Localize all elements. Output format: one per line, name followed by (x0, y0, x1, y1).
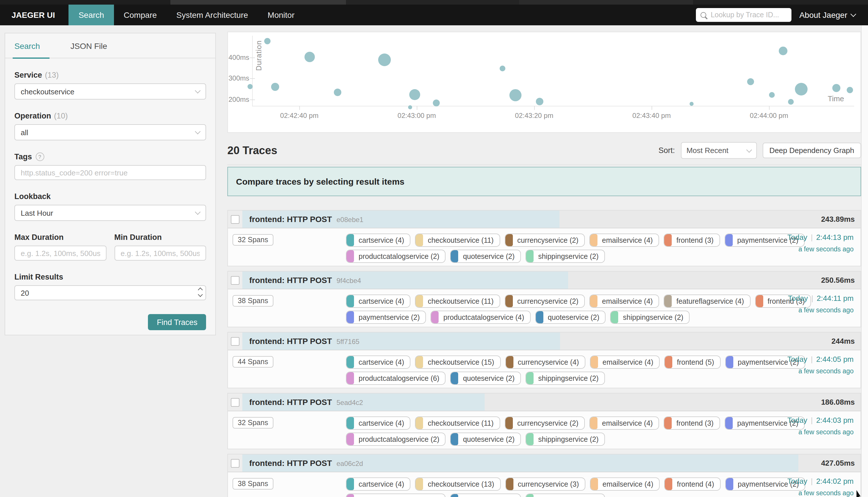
trace-card-header[interactable]: frontend: HTTP POSTea06c2d427.05ms (228, 454, 860, 472)
trace-card-header[interactable]: frontend: HTTP POSTe08ebe1243.89ms (228, 211, 860, 228)
trace-scatter-point[interactable] (271, 83, 279, 91)
service-tag-label: frontend (3) (672, 419, 719, 427)
trace-checkbox[interactable] (231, 276, 239, 284)
tab-divider (5, 58, 215, 59)
trace-time: 2:44:11 pm (817, 294, 854, 302)
trace-scatter-point[interactable] (795, 83, 808, 96)
service-tag: productcatalogservice (4) (346, 494, 446, 497)
sort-select[interactable]: Most Recent (681, 142, 757, 159)
nav-tab-monitor[interactable]: Monitor (258, 4, 304, 25)
about-jaeger-menu[interactable]: About Jaeger (799, 4, 868, 25)
service-tag: cartservice (4) (346, 355, 410, 369)
trace-checkbox[interactable] (231, 337, 239, 345)
trace-card: frontend: HTTP POST5ead4c2186.08ms32 Spa… (227, 393, 861, 449)
tab-json-file[interactable]: JSON File (70, 41, 107, 51)
duration-scatter-chart: Duration Time 400ms300ms200ms02:42:40 pm… (227, 32, 861, 133)
x-tick-mark (534, 106, 535, 110)
trace-card-header[interactable]: frontend: HTTP POST9f4cbe4250.56ms (228, 271, 860, 289)
min-duration-input[interactable] (114, 246, 206, 260)
trace-scatter-point[interactable] (509, 89, 521, 101)
service-tag: frontend (5) (664, 355, 720, 369)
trace-duration: 427.05ms (821, 459, 855, 467)
service-color-swatch (451, 250, 459, 262)
service-tag-label: productcatalogservice (6) (354, 374, 445, 382)
service-tag-label: cartservice (4) (354, 236, 410, 244)
service-color-swatch (726, 478, 733, 490)
service-tag: emailservice (4) (590, 355, 660, 369)
min-duration-group: Min Duration (114, 233, 206, 260)
trace-scatter-point[interactable] (305, 52, 315, 62)
trace-scatter-point[interactable] (334, 88, 341, 96)
trace-checkbox[interactable] (231, 459, 239, 467)
service-tag-label: currencyservice (2) (513, 297, 584, 305)
trace-checkbox[interactable] (231, 215, 239, 224)
trace-card-header[interactable]: frontend: HTTP POST5ff7165244ms (228, 332, 860, 350)
nav-tab-compare[interactable]: Compare (114, 4, 167, 25)
trace-title: frontend: HTTP POST5ff7165 (249, 337, 360, 346)
nav-tab-search[interactable]: Search (69, 4, 114, 25)
service-color-swatch (347, 433, 354, 445)
service-tag: frontend (3) (664, 233, 720, 247)
trace-scatter-point[interactable] (433, 100, 439, 106)
trace-scatter-point[interactable] (847, 87, 853, 93)
find-traces-button[interactable]: Find Traces (148, 314, 206, 330)
trace-scatter-point[interactable] (500, 66, 505, 71)
help-icon[interactable]: ? (36, 153, 44, 161)
trace-scatter-point[interactable] (248, 84, 253, 89)
tags-input[interactable] (14, 165, 206, 180)
duration-bar-track: frontend: HTTP POSTea06c2d427.05ms (242, 454, 860, 472)
lookback-select[interactable]: Last Hour (14, 205, 206, 221)
service-color-swatch (347, 250, 354, 262)
trace-timestamp: Today|2:44:13 pma few seconds ago (787, 233, 854, 253)
limit-results-input[interactable] (14, 285, 206, 300)
trace-lookup-box[interactable] (696, 8, 791, 22)
trace-scatter-point[interactable] (409, 89, 420, 100)
trace-timestamp: Today|2:44:11 pma few seconds ago (788, 294, 854, 313)
trace-results-list: frontend: HTTP POSTe08ebe1243.89ms32 Spa… (227, 210, 861, 497)
jaeger-ui-page: JAEGER UI Search Compare System Architec… (0, 0, 868, 497)
trace-scatter-point[interactable] (832, 84, 841, 92)
trace-scatter-point[interactable] (747, 78, 754, 85)
operation-select[interactable]: all (14, 124, 206, 140)
service-tag: productcatalogservice (4) (431, 311, 531, 324)
trace-scatter-point[interactable] (536, 98, 543, 105)
chevron-down-icon (195, 88, 200, 94)
trace-scatter-point[interactable] (769, 92, 775, 98)
min-duration-label: Min Duration (114, 233, 162, 242)
service-group: Service(13) checkoutservice (14, 71, 206, 100)
trace-scatter-point[interactable] (689, 101, 694, 105)
service-tag: paymentservice (2) (346, 311, 426, 324)
scrollbar-track[interactable] (861, 25, 868, 497)
about-jaeger-label: About Jaeger (799, 10, 847, 19)
nav-tab-system-architecture[interactable]: System Architecture (167, 4, 258, 25)
service-select[interactable]: checkoutservice (14, 83, 206, 100)
service-tag-label: currencyservice (2) (513, 236, 584, 244)
service-color-swatch (590, 234, 598, 246)
compare-banner: Compare traces by selecting result items (227, 167, 861, 196)
service-tag: shippingservice (2) (526, 432, 605, 446)
span-count-badge: 38 Spans (233, 478, 274, 489)
trace-card: frontend: HTTP POSTe08ebe1243.89ms32 Spa… (227, 210, 861, 266)
trace-scatter-point[interactable] (378, 54, 391, 66)
deep-dependency-graph-button[interactable]: Deep Dependency Graph (762, 143, 861, 158)
trace-date: Today (787, 477, 807, 485)
trace-card-header[interactable]: frontend: HTTP POST5ead4c2186.08ms (228, 394, 860, 411)
service-color-swatch (665, 356, 672, 368)
trace-scatter-point[interactable] (788, 99, 794, 105)
trace-scatter-point[interactable] (779, 47, 787, 56)
max-duration-group: Max Duration (14, 233, 106, 260)
service-tag-label: checkoutservice (13) (423, 480, 500, 488)
separator: | (811, 416, 813, 425)
trace-lookup-input[interactable] (710, 10, 786, 19)
trace-time: 2:44:03 pm (816, 416, 854, 425)
max-duration-input[interactable] (14, 246, 106, 260)
lookback-label: Lookback (14, 192, 51, 201)
trace-card-body: 32 Spanscartservice (4)checkoutservice (… (228, 228, 860, 266)
service-tag-label: frontend (3) (672, 236, 719, 244)
number-stepper[interactable] (199, 288, 202, 296)
trace-scatter-point[interactable] (265, 38, 271, 44)
tab-search[interactable]: Search (14, 41, 40, 51)
service-tag-label: frontend (4) (672, 480, 720, 488)
service-tag-label: quoteservice (2) (459, 374, 520, 382)
trace-checkbox[interactable] (231, 398, 239, 407)
